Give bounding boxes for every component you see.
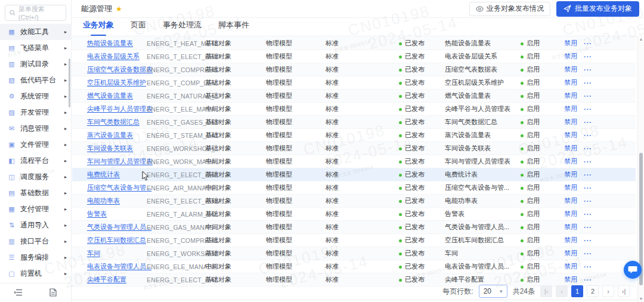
sidebar-item-feida-menu[interactable]: ▤飞搭菜单▸ (0, 40, 71, 56)
table-row[interactable]: 燃气设备流量表ENERG_T_NATURAL_...基础对象物理模型标准已发布燃… (72, 90, 636, 103)
disable-link[interactable]: 禁用 (564, 104, 584, 113)
object-name-link[interactable]: 蒸汽设备流量表 (87, 131, 147, 140)
page-button-1[interactable]: 1 (571, 285, 583, 297)
table-row[interactable]: 电费统计表ENERG_T_ELECT_DEP...基础对象物理模型标准已发布电费… (72, 168, 636, 181)
disable-link[interactable]: 禁用 (564, 236, 584, 245)
scroll-down-icon[interactable]: ▼ (638, 297, 644, 301)
sidebar-item-payment-management[interactable]: ▦支付管理▸ (0, 201, 71, 217)
object-name-link[interactable]: 车间 (87, 249, 147, 258)
sidebar-item-system-management[interactable]: ⚙系统管理▸ (0, 88, 71, 104)
table-row[interactable]: 尖峰平谷与人员管理表ENERG_T_ELE_MANA...中间对象物理模型标准已… (72, 103, 636, 116)
disable-link[interactable]: 禁用 (564, 209, 584, 218)
tab-业务对象[interactable]: 业务对象 (83, 20, 114, 36)
document-icon[interactable] (49, 288, 57, 297)
tab-脚本事件[interactable]: 脚本事件 (218, 20, 249, 36)
more-actions-icon[interactable]: ··· (584, 119, 636, 126)
disable-link[interactable]: 禁用 (564, 183, 584, 192)
next-page-button[interactable]: › (602, 285, 614, 297)
table-row[interactable]: 热能设备流量表ENERG_T_HEAT_METE...基础对象物理模型标准已发布… (72, 37, 636, 50)
object-name-link[interactable]: 空压机层级关系维护 (87, 78, 147, 87)
disable-link[interactable]: 禁用 (564, 65, 584, 74)
object-name-link[interactable]: 压缩空气表设备数据表 (87, 65, 147, 74)
table-row[interactable]: 车间ENERG_T_WORKSHOP基础对象物理模型标准已发布车间启用禁用··· (72, 247, 636, 260)
more-actions-icon[interactable]: ··· (584, 211, 636, 218)
table-row[interactable]: 告警表ENERG_T_ALARM_NO...基础对象物理模型标准已发布告警表启用… (72, 208, 636, 221)
tab-事务处理流[interactable]: 事务处理流 (163, 20, 202, 36)
table-row[interactable]: 电能功率表ENERG_T_ELECT_POW...基础对象物理模型标准已发布电能… (72, 195, 636, 208)
table-row[interactable]: 蒸汽设备流量表ENERG_T_STEAM_DAT...基础对象物理模型标准已发布… (72, 129, 636, 142)
sidebar-item-message-management[interactable]: ✉消息管理▸ (0, 121, 71, 137)
more-actions-icon[interactable]: ··· (584, 237, 636, 244)
first-page-button[interactable]: |‹ (540, 285, 552, 297)
sidebar-item-front-machine[interactable]: ▢前置机▸ (0, 266, 71, 282)
more-actions-icon[interactable]: ··· (584, 66, 636, 73)
table-row[interactable]: 车间设备关联表ENERG_WORKSHOP_...基础对象物理模型标准已发布车间… (72, 142, 636, 155)
sidebar-item-schedule-service[interactable]: ◫调度服务▸ (0, 169, 71, 185)
sidebar-item-dev-management[interactable]: ▨开发管理▸ (0, 104, 71, 121)
sidebar-item-interface-platform[interactable]: ▥接口平台▸ (0, 233, 71, 249)
table-row[interactable]: 压缩空气表设备与管...ENERG_AIR_MANAGE...中间对象物理模型标… (72, 181, 636, 195)
more-actions-icon[interactable]: ··· (584, 93, 636, 100)
disable-link[interactable]: 禁用 (564, 78, 584, 87)
disable-link[interactable]: 禁用 (564, 52, 584, 61)
object-name-link[interactable]: 空压机车间数据汇总 (87, 236, 147, 245)
more-actions-icon[interactable]: ··· (584, 145, 636, 152)
table-row[interactable]: 车间与管理人员管理表ENERG_WORK_MANA...中间对象物理模型标准已发… (72, 155, 636, 168)
disable-link[interactable]: 禁用 (564, 118, 584, 127)
disable-link[interactable]: 禁用 (564, 131, 584, 140)
scroll-up-icon[interactable]: ▲ (638, 37, 644, 41)
more-actions-icon[interactable]: ··· (584, 250, 636, 257)
menu-search-input[interactable]: 菜单搜索 (Ctrl+/) (5, 5, 66, 21)
object-name-link[interactable]: 车间与管理人员管理表 (87, 157, 147, 166)
publish-status-button[interactable]: 业务对象发布情况 (469, 2, 550, 16)
sidebar-item-efficiency-tools[interactable]: ▦效能工具▸ (0, 24, 71, 40)
sidebar-item-general-import[interactable]: ⇅通用导入▸ (0, 217, 71, 233)
table-row[interactable]: 电表设备与管理人员...ENERG_ELE_MANAGE...中间对象物理模型标… (72, 260, 636, 273)
object-name-link[interactable]: 电费统计表 (87, 170, 147, 179)
page-size-select[interactable]: 20 ▾ (479, 285, 507, 298)
prev-page-button[interactable]: ‹ (556, 285, 568, 297)
sidebar-item-test-catalog[interactable]: ▥测试目录▸ (0, 56, 71, 72)
tab-页面[interactable]: 页面 (131, 20, 146, 36)
disable-link[interactable]: 禁用 (564, 157, 584, 166)
sidebar-item-service-orchestration[interactable]: ☰服务编排▸ (0, 249, 71, 266)
page-title[interactable]: 能源管理 (81, 4, 112, 14)
object-name-link[interactable]: 告警表 (87, 209, 147, 218)
more-actions-icon[interactable]: ··· (584, 158, 636, 165)
sidebar-item-base-data[interactable]: ▤基础数据▸ (0, 185, 71, 201)
more-actions-icon[interactable]: ··· (584, 40, 636, 47)
disable-link[interactable]: 禁用 (564, 91, 584, 100)
table-row[interactable]: 车间气类数据汇总ENERG_T_GASES_DEP...基础对象物理模型标准已发… (72, 116, 636, 129)
disable-link[interactable]: 禁用 (564, 275, 584, 284)
disable-link[interactable]: 禁用 (564, 249, 584, 258)
collapse-sidebar-icon[interactable] (14, 289, 23, 296)
table-row[interactable]: 气类设备与管理人员...ENERG_GAS_MANAG...中间对象物理模型标准… (72, 221, 636, 234)
page-button-2[interactable]: 2 (587, 285, 599, 297)
object-name-link[interactable]: 尖峰平谷与人员管理表 (87, 104, 147, 113)
disable-link[interactable]: 禁用 (564, 170, 584, 179)
object-name-link[interactable]: 电能功率表 (87, 196, 147, 205)
more-actions-icon[interactable]: ··· (584, 198, 636, 205)
more-actions-icon[interactable]: ··· (584, 53, 636, 60)
sidebar-item-process-platform[interactable]: ◧流程平台▸ (0, 153, 71, 169)
object-name-link[interactable]: 车间气类数据汇总 (87, 118, 147, 127)
disable-link[interactable]: 禁用 (564, 39, 584, 48)
more-actions-icon[interactable]: ··· (584, 106, 636, 113)
table-row[interactable]: 空压机层级关系维护ENERG_T_COMP_DEV...基础对象物理模型标准已发… (72, 76, 636, 90)
more-actions-icon[interactable]: ··· (584, 224, 636, 231)
object-name-link[interactable]: 尖峰平谷配置 (87, 275, 147, 284)
object-name-link[interactable]: 车间设备关联表 (87, 144, 147, 153)
disable-link[interactable]: 禁用 (564, 262, 584, 271)
batch-publish-button[interactable]: 批量发布业务对象 (556, 1, 639, 17)
disable-link[interactable]: 禁用 (564, 196, 584, 205)
table-row[interactable]: 压缩空气表设备数据表ENERG_T_COMPRESS...基础对象物理模型标准已… (72, 63, 636, 76)
disable-link[interactable]: 禁用 (564, 223, 584, 232)
sidebar-item-file-management[interactable]: ▣文件管理▸ (0, 137, 71, 153)
object-name-link[interactable]: 热能设备流量表 (87, 39, 147, 48)
more-actions-icon[interactable]: ··· (584, 171, 636, 178)
table-row[interactable]: 空压机车间数据汇总ENERG_T_COMPRESS...基础对象物理模型标准已发… (72, 234, 636, 247)
table-row[interactable]: 电表设备层级关系ENERG_T_ELECT_DEVI...基础对象物理模型标准已… (72, 50, 636, 63)
object-name-link[interactable]: 燃气设备流量表 (87, 91, 147, 100)
more-actions-icon[interactable]: ··· (584, 184, 636, 192)
object-name-link[interactable]: 压缩空气表设备与管... (87, 183, 147, 192)
